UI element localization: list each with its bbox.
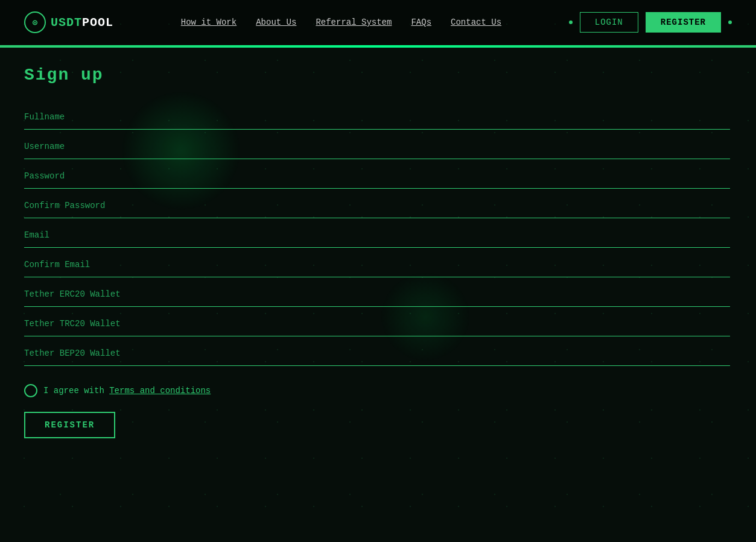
- nav-how-it-work[interactable]: How it Work: [181, 17, 237, 27]
- password-input[interactable]: [24, 162, 730, 189]
- email-input[interactable]: [24, 221, 730, 248]
- password-field: [24, 162, 730, 189]
- tether-erc20-field: [24, 280, 730, 307]
- logo-text-suffix: POOL: [82, 16, 113, 30]
- nav-referral-system[interactable]: Referral System: [316, 17, 392, 27]
- terms-link[interactable]: Terms and conditions: [109, 386, 211, 395]
- confirm-email-field: [24, 250, 730, 277]
- signup-form: I agree with Terms and conditions REGIST…: [24, 102, 730, 438]
- green-bar: [0, 45, 756, 48]
- nav-contact-us[interactable]: Contact Us: [451, 17, 501, 27]
- tether-erc20-input[interactable]: [24, 280, 730, 307]
- logo-icon: ⊙: [24, 11, 46, 33]
- agreement-label: I agree with Terms and conditions: [43, 386, 211, 395]
- nav-about-us[interactable]: About Us: [256, 17, 296, 27]
- register-nav-button[interactable]: REGISTER: [646, 12, 721, 33]
- page-title: Sign up: [24, 66, 732, 84]
- main-nav: How it Work About Us Referral System FAQ…: [181, 17, 501, 27]
- header-buttons: LOGIN REGISTER: [569, 12, 732, 33]
- main-content: Sign up I agree: [0, 48, 756, 468]
- nav-dot-right: [728, 20, 732, 24]
- nav-dot-left: [569, 20, 573, 24]
- agreement-text: I agree with: [43, 386, 109, 395]
- login-button[interactable]: LOGIN: [580, 12, 638, 33]
- register-button[interactable]: REGISTER: [24, 412, 115, 438]
- nav-faqs[interactable]: FAQs: [411, 17, 431, 27]
- confirm-password-field: [24, 191, 730, 218]
- logo-text: USDTPOOL: [51, 16, 113, 30]
- confirm-email-input[interactable]: [24, 250, 730, 277]
- fullname-field: [24, 102, 730, 130]
- confirm-password-input[interactable]: [24, 191, 730, 218]
- fullname-input[interactable]: [24, 102, 730, 130]
- tether-bep20-field: [24, 339, 730, 366]
- username-input[interactable]: [24, 132, 730, 159]
- terms-checkbox[interactable]: [24, 384, 37, 397]
- logo: ⊙ USDTPOOL: [24, 11, 113, 33]
- tether-bep20-input[interactable]: [24, 339, 730, 366]
- header: ⊙ USDTPOOL How it Work About Us Referral…: [0, 0, 756, 45]
- tether-trc20-input[interactable]: [24, 309, 730, 336]
- email-field: [24, 221, 730, 248]
- logo-text-prefix: USDT: [51, 16, 82, 30]
- username-field: [24, 132, 730, 159]
- tether-trc20-field: [24, 309, 730, 336]
- agreement-row: I agree with Terms and conditions: [24, 384, 730, 397]
